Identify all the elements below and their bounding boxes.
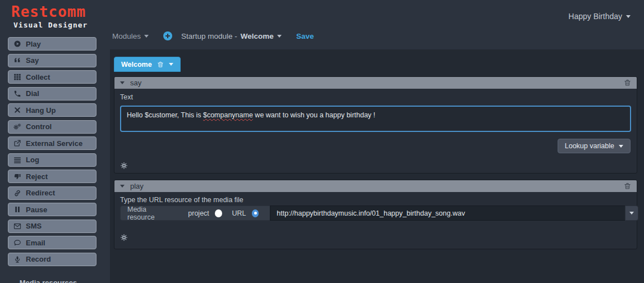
- sidebar-item-control[interactable]: Control: [8, 120, 96, 134]
- modules-label: Modules: [112, 32, 141, 40]
- radio-project-label[interactable]: project: [188, 209, 209, 217]
- url-field-label: Type the URL resource of the media file: [120, 196, 243, 204]
- play-circle-icon: [13, 40, 21, 48]
- caret-down-icon[interactable]: [169, 63, 173, 66]
- sidebar-item-play[interactable]: Play: [8, 37, 96, 51]
- pause-icon: [13, 206, 21, 213]
- brand-name: Restcomm: [11, 4, 88, 19]
- startup-module-name: Welcome: [241, 32, 274, 40]
- say-block-title: say: [130, 79, 141, 87]
- trash-icon[interactable]: [157, 61, 164, 68]
- add-module-button[interactable]: [163, 31, 172, 40]
- caret-down-icon: [277, 35, 282, 38]
- lookup-variable-label: Lookup variable: [565, 142, 614, 150]
- sidebar-item-label: Control: [26, 122, 52, 131]
- sidebar-item-label: Pause: [26, 206, 47, 214]
- brand-subtitle: Visual Designer: [13, 21, 88, 29]
- media-url-input[interactable]: [270, 206, 625, 221]
- sidebar-item-label: External Service: [26, 139, 82, 148]
- caret-down-icon: [619, 145, 623, 148]
- tab-welcome-label: Welcome: [121, 61, 152, 69]
- sidebar-item-label: Collect: [26, 73, 50, 81]
- media-resources-heading: Media resources: [0, 279, 96, 283]
- media-url-dropdown-button[interactable]: [625, 206, 638, 221]
- sidebar-item-label: Hang Up: [26, 106, 56, 115]
- lookup-variable-button[interactable]: Lookup variable: [558, 139, 631, 153]
- say-text-part: we want to wish you a happy birthday !: [253, 111, 375, 119]
- phone-icon: [13, 90, 21, 98]
- radio-project[interactable]: [215, 209, 222, 217]
- media-resource-label: Media resource: [127, 206, 171, 221]
- sidebar-item-say[interactable]: Say: [8, 54, 96, 67]
- gears-icon: [13, 123, 21, 131]
- grid-icon: [13, 73, 21, 81]
- sidebar: Play Say Collect Dial Hang Up Control Ex…: [8, 37, 96, 269]
- play-block-header: play: [114, 180, 637, 192]
- gear-icon[interactable]: [120, 234, 128, 241]
- toolbar: Modules Startup module - Welcome Save: [112, 30, 314, 42]
- app-logo: Restcomm Visual Designer: [11, 4, 88, 29]
- collapse-caret-icon[interactable]: [120, 185, 125, 188]
- play-block-title: play: [130, 182, 144, 190]
- sidebar-item-label: Email: [26, 239, 45, 247]
- startup-module-dropdown[interactable]: Startup module - Welcome: [181, 32, 282, 40]
- say-block: say Text Hello $customer, This is $compa…: [114, 76, 637, 174]
- say-text-misspelled: $companyname: [203, 111, 253, 119]
- play-block: play Type the URL resource of the media …: [114, 180, 637, 249]
- sidebar-item-label: Play: [26, 40, 41, 48]
- caret-down-icon: [626, 15, 631, 18]
- sidebar-item-external-service[interactable]: External Service: [8, 136, 96, 150]
- sidebar-item-label: Redirect: [26, 189, 55, 197]
- sidebar-item-email[interactable]: Email: [8, 236, 96, 249]
- sidebar-item-reject[interactable]: Reject: [8, 170, 96, 183]
- sidebar-item-record[interactable]: Record: [8, 253, 96, 266]
- modules-dropdown[interactable]: Modules: [112, 32, 149, 40]
- sidebar-item-label: Log: [26, 156, 39, 164]
- trash-icon[interactable]: [624, 182, 631, 190]
- external-link-icon: [13, 139, 21, 147]
- sidebar-item-label: Dial: [26, 89, 39, 98]
- comment-icon: [13, 239, 21, 247]
- media-resource-addon: Media resource project URL: [120, 206, 270, 221]
- project-dropdown[interactable]: Happy Birthday: [568, 12, 631, 21]
- project-name: Happy Birthday: [568, 12, 622, 21]
- startup-module-prefix: Startup module -: [181, 32, 237, 40]
- sidebar-item-label: Record: [26, 255, 51, 263]
- sidebar-item-label: SMS: [26, 222, 42, 230]
- sidebar-item-redirect[interactable]: Redirect: [8, 186, 96, 200]
- radio-url[interactable]: [252, 209, 259, 217]
- microphone-icon: [13, 255, 21, 263]
- radio-url-label[interactable]: URL: [232, 209, 246, 217]
- media-resource-group: Media resource project URL: [120, 206, 638, 221]
- sidebar-item-dial[interactable]: Dial: [8, 87, 96, 101]
- link-icon: [13, 189, 21, 197]
- say-text-part: Hello $customer, This is: [127, 111, 203, 119]
- lines-icon: [13, 156, 21, 164]
- gear-icon[interactable]: [120, 162, 128, 170]
- caret-down-icon: [144, 35, 149, 38]
- caret-down-icon: [629, 212, 634, 214]
- sidebar-item-log[interactable]: Log: [8, 153, 96, 167]
- say-text-input[interactable]: Hello $customer, This is $companyname we…: [120, 106, 631, 132]
- envelope-icon: [13, 222, 21, 230]
- x-icon: [13, 106, 21, 114]
- thumbs-down-icon: [13, 172, 21, 180]
- sidebar-item-label: Reject: [26, 172, 48, 181]
- sidebar-item-sms[interactable]: SMS: [8, 220, 96, 233]
- quote-icon: [13, 57, 21, 65]
- text-field-label: Text: [120, 93, 133, 101]
- designer-canvas: Welcome say Text Hello $customer, This i…: [110, 49, 644, 283]
- sidebar-item-hang-up[interactable]: Hang Up: [8, 103, 96, 117]
- say-block-header: say: [114, 77, 637, 89]
- sidebar-item-label: Say: [26, 56, 39, 65]
- sidebar-item-collect[interactable]: Collect: [8, 70, 96, 84]
- trash-icon[interactable]: [624, 79, 631, 86]
- tab-welcome[interactable]: Welcome: [114, 57, 181, 72]
- collapse-caret-icon[interactable]: [120, 81, 125, 84]
- sidebar-item-pause[interactable]: Pause: [8, 203, 96, 216]
- save-button[interactable]: Save: [296, 32, 314, 40]
